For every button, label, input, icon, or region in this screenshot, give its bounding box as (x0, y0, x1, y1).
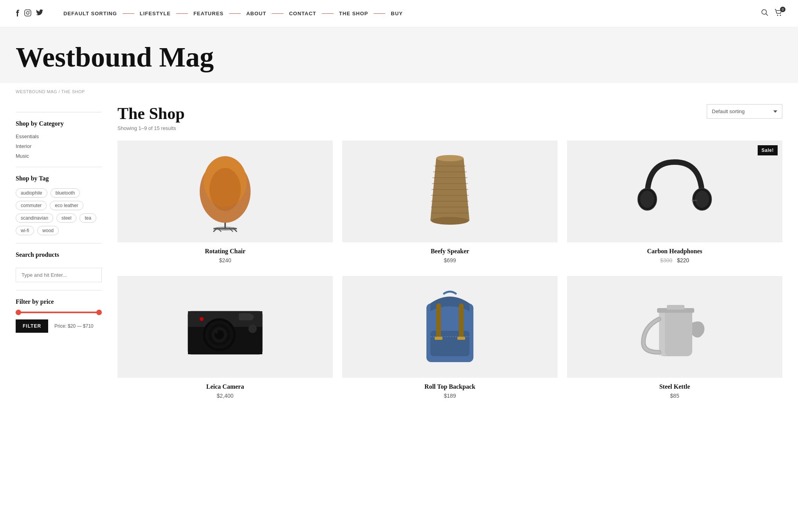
price-slider-fill (16, 312, 102, 313)
product-info-speaker: Beefy Speaker $699 (342, 242, 558, 267)
svg-rect-52 (436, 303, 441, 339)
tag-bluetooth[interactable]: bluetooth (51, 188, 80, 198)
sidebar-divider-top (16, 112, 102, 112)
nav-divider-4 (272, 13, 283, 14)
shop-header-left: The Shop Showing 1–9 of 15 results (117, 104, 185, 131)
tags-container: audiophile bluetooth commuter eco leathe… (16, 188, 102, 235)
tag-commuter[interactable]: commuter (16, 201, 47, 210)
facebook-icon[interactable] (16, 9, 20, 18)
headphones-svg: B&W (636, 154, 714, 229)
tag-steel[interactable]: steel (56, 213, 76, 223)
search-input[interactable] (16, 268, 102, 282)
svg-point-49 (249, 325, 256, 333)
svg-rect-48 (239, 313, 251, 320)
category-essentials[interactable]: Essentials (16, 133, 102, 139)
nav-contact[interactable]: CONTACT (284, 11, 321, 16)
price-slider-handle-min[interactable] (16, 310, 21, 315)
main-layout: Shop by Category Essentials Interior Mus… (0, 100, 798, 402)
product-image-camera (117, 276, 333, 378)
social-icons (16, 9, 43, 18)
tag-eco-leather[interactable]: eco leather (50, 201, 83, 210)
product-price-chair: $240 (117, 257, 333, 263)
breadcrumb-home[interactable]: WESTBOUND MAG (16, 89, 57, 94)
filter-row: FILTER Price: $20 — $710 (16, 319, 102, 333)
price-slider[interactable] (16, 312, 102, 313)
sale-badge: Sale! (758, 145, 778, 155)
nav-about[interactable]: ABOUT (242, 11, 271, 16)
product-card-kettle[interactable]: Steel Kettle $85 (567, 276, 782, 402)
search-icon[interactable] (761, 9, 768, 18)
product-image-chair (117, 141, 333, 242)
svg-point-1 (27, 11, 29, 14)
product-card-speaker[interactable]: Beefy Speaker $699 (342, 141, 558, 267)
nav-divider-2 (176, 13, 188, 14)
product-info-chair: Rotating Chair $240 (117, 242, 333, 267)
instagram-icon[interactable] (24, 9, 31, 18)
price-slider-track (16, 312, 102, 313)
nav-divider-6 (374, 13, 385, 14)
product-info-camera: Leica Camera $2,400 (117, 378, 333, 402)
nav-links: Default sorting LIFESTYLE FEATURES ABOUT… (59, 11, 761, 16)
product-info-headphones: Carbon Headphones $300 $220 (567, 242, 782, 267)
tag-audiophile[interactable]: audiophile (16, 188, 47, 198)
product-name-headphones: Carbon Headphones (567, 248, 782, 255)
tag-scandinavian[interactable]: scandinavian (16, 213, 53, 223)
nav-buy[interactable]: BUY (386, 11, 407, 16)
category-interior[interactable]: Interior (16, 143, 102, 149)
sort-select[interactable]: Default sorting Sort by popularity Sort … (707, 104, 782, 119)
product-grid: Rotating Chair $240 (117, 141, 782, 402)
svg-rect-0 (25, 10, 31, 16)
tag-wood[interactable]: wood (37, 226, 59, 235)
cart-icon[interactable]: 0 (775, 9, 782, 18)
svg-point-9 (209, 168, 241, 211)
price-section-title: Filter by price (16, 298, 102, 305)
nav-the-shop[interactable]: THE SHOP (334, 11, 373, 16)
breadcrumb: WESTBOUND MAG / THE SHOP (0, 83, 798, 100)
shop-title: The Shop (117, 104, 185, 123)
svg-point-31 (695, 191, 709, 208)
nav-actions: 0 (761, 9, 782, 18)
product-card-camera[interactable]: Leica Camera $2,400 (117, 276, 333, 402)
product-name-backpack: Roll Top Backpack (342, 383, 558, 390)
svg-point-5 (777, 15, 778, 16)
product-card-backpack[interactable]: Roll Top Backpack $189 (342, 276, 558, 402)
product-name-camera: Leica Camera (117, 383, 333, 390)
product-card-chair[interactable]: Rotating Chair $240 (117, 141, 333, 267)
product-image-backpack (342, 276, 558, 378)
svg-line-4 (766, 14, 768, 16)
product-name-speaker: Beefy Speaker (342, 248, 558, 255)
product-card-headphones[interactable]: Sale! B& (567, 141, 782, 267)
svg-point-44 (215, 330, 218, 334)
sidebar-divider-3 (16, 290, 102, 290)
cart-badge: 0 (780, 7, 785, 12)
nav-divider-1 (123, 13, 134, 14)
svg-point-27 (431, 217, 469, 225)
price-slider-handle-max[interactable] (96, 310, 102, 315)
filter-button[interactable]: FILTER (16, 319, 48, 333)
product-price-backpack: $189 (342, 393, 558, 399)
svg-rect-53 (459, 303, 464, 339)
product-name-chair: Rotating Chair (117, 248, 333, 255)
svg-point-26 (436, 155, 464, 161)
product-info-backpack: Roll Top Backpack $189 (342, 378, 558, 402)
twitter-icon[interactable] (36, 9, 43, 18)
chair-svg (190, 150, 260, 233)
product-name-kettle: Steel Kettle (567, 383, 782, 390)
product-price-speaker: $699 (342, 257, 558, 263)
breadcrumb-separator: / (57, 89, 61, 94)
tag-wi-fi[interactable]: wi-fi (16, 226, 34, 235)
tag-tea[interactable]: tea (79, 213, 96, 223)
svg-point-3 (762, 10, 767, 14)
search-section-title: Search products (16, 251, 102, 258)
content-header: The Shop Showing 1–9 of 15 results Defau… (117, 104, 782, 131)
product-image-speaker (342, 141, 558, 242)
nav-features[interactable]: FEATURES (189, 11, 228, 16)
sidebar-divider-2 (16, 243, 102, 243)
nav-lifestyle[interactable]: LIFESTYLE (135, 11, 175, 16)
product-price-camera: $2,400 (117, 393, 333, 399)
nav-layouts[interactable]: Default sorting (59, 11, 122, 16)
category-music[interactable]: Music (16, 153, 102, 159)
svg-rect-54 (435, 337, 442, 340)
site-title: Westbound Mag (16, 43, 782, 71)
nav-divider-3 (229, 13, 241, 14)
